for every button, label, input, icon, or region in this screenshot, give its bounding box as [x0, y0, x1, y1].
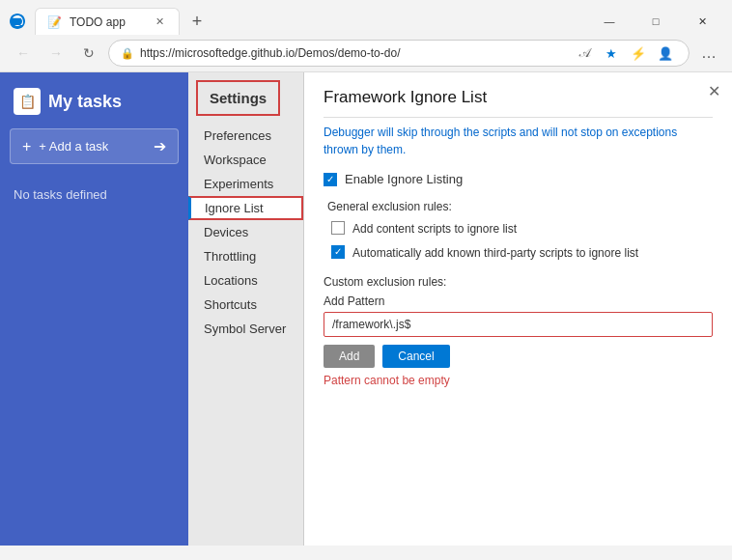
error-message: Pattern cannot be empty [324, 374, 713, 387]
sidebar-item-locations[interactable]: Locations [188, 268, 303, 293]
my-tasks-title: My tasks [48, 92, 122, 112]
sidebar-item-devices[interactable]: Devices [188, 220, 303, 244]
tab-close-button[interactable]: ✕ [153, 14, 167, 29]
add-content-scripts-checkbox[interactable] [331, 221, 345, 235]
sidebar-item-workspace[interactable]: Workspace [188, 148, 303, 172]
plus-icon: + [22, 138, 31, 155]
sidebar-item-throttling[interactable]: Throttling [188, 244, 303, 268]
custom-exclusion-label: Custom exclusion rules: [324, 275, 713, 289]
address-input[interactable]: 🔒 https://microsoftedge.github.io/Demos/… [108, 40, 690, 67]
forward-button[interactable]: → [42, 40, 70, 67]
collections-icon[interactable]: ⚡ [627, 42, 650, 65]
my-tasks-sidebar: 📋 My tasks + + Add a task ➔ No tasks def… [0, 72, 188, 546]
third-party-scripts-row: ✓ Automatically add known third-party sc… [331, 245, 713, 262]
sidebar-item-preferences[interactable]: Preferences [188, 124, 303, 148]
sidebar-item-experiments[interactable]: Experiments [188, 172, 303, 196]
browser-chrome: 📝 TODO app ✕ + — □ ✕ ← → ↻ 🔒 https://mic… [0, 0, 732, 72]
address-text: https://microsoftedge.github.io/Demos/de… [140, 46, 567, 60]
read-aloud-icon[interactable]: 𝒜 [573, 42, 596, 65]
add-content-scripts-label: Add content scripts to ignore list [352, 221, 517, 238]
refresh-button[interactable]: ↻ [75, 40, 102, 67]
no-tasks-message: No tasks defined [0, 168, 188, 221]
main-content: 📋 My tasks + + Add a task ➔ No tasks def… [0, 72, 732, 546]
sidebar-item-symbol-server[interactable]: Symbol Server [188, 317, 303, 341]
add-task-button[interactable]: + + Add a task ➔ [10, 128, 179, 164]
minimize-button[interactable]: — [587, 8, 632, 35]
edge-icon [8, 12, 27, 31]
custom-exclusion-section: Custom exclusion rules: Add Pattern Add … [324, 275, 713, 387]
address-bar: ← → ↻ 🔒 https://microsoftedge.github.io/… [0, 35, 732, 71]
settings-nav: Preferences Workspace Experiments Ignore… [188, 124, 303, 341]
enable-listing-label: Enable Ignore Listing [345, 172, 463, 186]
panel-description: Debugger will skip through the scripts a… [324, 124, 713, 158]
panel-title: Framework Ignore List [324, 88, 713, 118]
add-pattern-label: Add Pattern [324, 294, 713, 308]
tab-title: TODO app [70, 15, 145, 29]
pattern-input[interactable] [324, 312, 713, 337]
enable-listing-row: ✓ Enable Ignore Listing [324, 172, 713, 186]
settings-header: Settings [196, 80, 280, 116]
maximize-button[interactable]: □ [633, 8, 678, 35]
my-tasks-header: 📋 My tasks [0, 72, 188, 125]
tab-favicon: 📝 [47, 15, 62, 29]
window-controls: — □ ✕ [587, 8, 724, 35]
add-task-label: + Add a task [39, 139, 108, 154]
button-row: Add Cancel [324, 345, 713, 368]
active-tab[interactable]: 📝 TODO app ✕ [35, 8, 180, 35]
lock-icon: 🔒 [121, 47, 134, 60]
tab-bar: 📝 TODO app ✕ + — □ ✕ [0, 0, 732, 35]
sidebar-item-shortcuts[interactable]: Shortcuts [188, 293, 303, 317]
back-button[interactable]: ← [10, 40, 37, 67]
third-party-scripts-checkbox[interactable]: ✓ [331, 245, 345, 259]
close-window-button[interactable]: ✕ [680, 8, 724, 35]
new-tab-button[interactable]: + [183, 8, 211, 35]
settings-panel: Settings Preferences Workspace Experimen… [188, 72, 304, 546]
panel-close-button[interactable]: ✕ [708, 82, 720, 100]
tasks-icon-inner: 📋 [19, 94, 36, 109]
profile-icon[interactable]: 👤 [654, 42, 677, 65]
add-button[interactable]: Add [324, 345, 375, 368]
arrow-right-icon: ➔ [154, 137, 166, 155]
general-exclusion-label: General exclusion rules: [327, 200, 713, 213]
tasks-icon: 📋 [14, 88, 41, 115]
cancel-button[interactable]: Cancel [382, 345, 449, 368]
settings-more-button[interactable]: … [695, 40, 722, 67]
sidebar-item-ignore-list[interactable]: Ignore List [188, 196, 303, 220]
framework-panel: ✕ Framework Ignore List Debugger will sk… [304, 72, 732, 546]
enable-listing-checkbox[interactable]: ✓ [324, 173, 337, 186]
address-icons: 𝒜 ★ ⚡ 👤 [573, 42, 677, 65]
add-content-scripts-row: Add content scripts to ignore list [331, 221, 713, 238]
favorites-icon[interactable]: ★ [600, 42, 623, 65]
third-party-scripts-label: Automatically add known third-party scri… [352, 245, 638, 262]
